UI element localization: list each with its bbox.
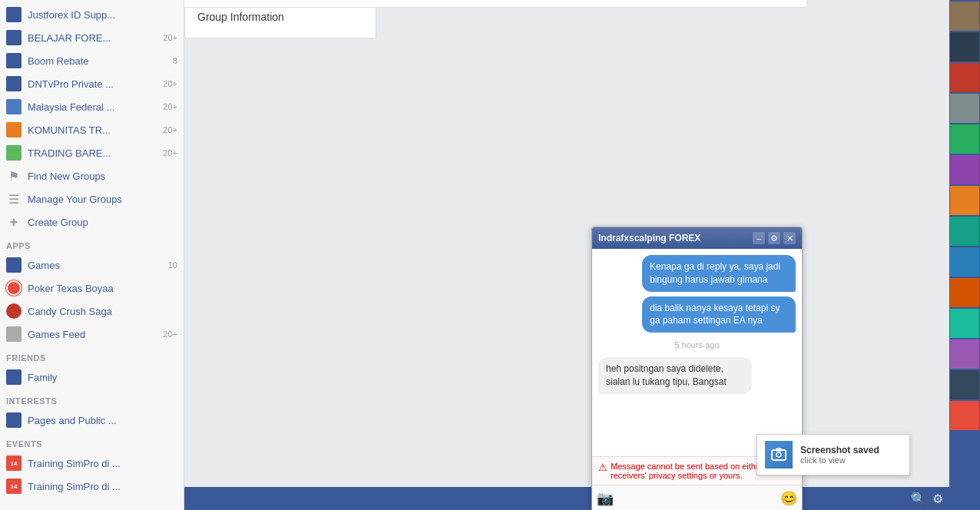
training2-label: Training SimPro di ...: [28, 481, 121, 492]
chat-settings-button[interactable]: ⚙: [768, 232, 780, 244]
group-label: TRADING BARE...: [28, 147, 111, 159]
right-avatar-13[interactable]: [950, 370, 979, 399]
group-icon: [6, 53, 22, 68]
create-group-icon: +: [6, 214, 22, 230]
warning-icon: ⚠: [598, 462, 608, 473]
camera-icon[interactable]: 📷: [597, 490, 614, 507]
right-avatar-3[interactable]: [950, 63, 979, 92]
right-avatar-10[interactable]: [950, 278, 979, 307]
group-icon: [6, 99, 22, 114]
group-label: Boom Rebate: [28, 55, 89, 67]
candy-crush-icon: [6, 303, 22, 319]
chat-close-button[interactable]: ✕: [783, 232, 796, 244]
group-label: KOMUNITAS TR...: [28, 124, 111, 136]
sidebar-item-find-new-groups[interactable]: ⚑ Find New Groups: [0, 164, 184, 187]
right-avatar-7[interactable]: [950, 186, 979, 215]
sidebar-item-justforex[interactable]: Justforex ID Supp...: [0, 3, 184, 26]
emoji-icon[interactable]: 😊: [780, 490, 797, 507]
family-label: Family: [28, 372, 57, 383]
chat-body: Kenapa ga di reply ya, saya jadi bingung…: [592, 249, 802, 456]
chat-header-actions: – ⚙ ✕: [753, 232, 796, 244]
group-icon: [6, 30, 22, 45]
group-icon: [6, 122, 22, 137]
sidebar-item-malaysia[interactable]: Malaysia Federal ... 20+: [0, 95, 184, 118]
candy-crush-label: Candy Crush Saga: [28, 306, 112, 317]
interests-section-label: INTERESTS: [0, 389, 184, 409]
group-label: DNTvPro Private ...: [28, 78, 114, 90]
header-bar: [184, 0, 806, 8]
group-icon: [6, 145, 22, 161]
badge: 8: [173, 56, 177, 65]
chat-header: Indrafxscalping FOREX – ⚙ ✕: [592, 227, 802, 249]
sidebar-item-manage-groups[interactable]: ☰ Manage Your Groups: [0, 187, 184, 210]
manage-groups-label: Manage Your Groups: [28, 194, 122, 205]
group-info-title: Group Information: [197, 11, 284, 23]
sidebar-item-belajarforex[interactable]: BELAJAR FORE... 20+: [0, 26, 184, 49]
create-group-label: Create Group: [28, 217, 88, 228]
right-avatar-14[interactable]: [950, 401, 979, 430]
event-icon2: 14: [6, 479, 22, 494]
group-label: Malaysia Federal ...: [28, 101, 114, 113]
games-feed-icon: [6, 326, 22, 342]
chat-title: Indrafxscalping FOREX: [598, 233, 700, 243]
settings-icon[interactable]: ⚙: [932, 492, 943, 506]
bottom-bar: 🔍 ⚙: [184, 487, 949, 510]
chat-message-1: Kenapa ga di reply ya, saya jadi bingung…: [642, 255, 796, 292]
sidebar-item-pages-public[interactable]: Pages and Public ...: [0, 409, 184, 432]
badge: 20+: [163, 102, 177, 111]
group-icon: [6, 76, 22, 91]
sidebar-item-training1[interactable]: 14 Training SimPro di ...: [0, 452, 184, 475]
screenshot-icon: [765, 441, 793, 469]
find-groups-label: Find New Groups: [28, 171, 105, 182]
group-label: Justforex ID Supp...: [28, 9, 115, 21]
screenshot-subtitle: click to view: [800, 455, 879, 465]
sidebar-item-poker[interactable]: Poker Texas Boyaa: [0, 277, 184, 300]
screenshot-notification[interactable]: Screenshot saved click to view: [757, 434, 910, 475]
right-avatar-6[interactable]: [950, 155, 979, 184]
sidebar-item-komunitas[interactable]: KOMUNITAS TR... 20+: [0, 118, 184, 141]
family-icon: [6, 369, 22, 385]
right-avatar-2[interactable]: [950, 32, 979, 61]
pages-label: Pages and Public ...: [28, 415, 117, 426]
screenshot-title: Screenshot saved: [800, 445, 879, 455]
chat-message-2: dia balik nanya kesaya tetapi sy ga paha…: [642, 296, 796, 333]
right-avatar-4[interactable]: [950, 94, 979, 123]
badge: 20+: [163, 79, 177, 88]
right-avatar-5[interactable]: [950, 124, 979, 154]
games-feed-label: Games Feed: [28, 329, 85, 340]
left-sidebar: Justforex ID Supp... BELAJAR FORE... 20+…: [0, 0, 184, 510]
sidebar-item-create-group[interactable]: + Create Group: [0, 210, 184, 233]
svg-rect-0: [772, 450, 786, 460]
find-groups-icon: ⚑: [6, 168, 22, 184]
manage-groups-icon: ☰: [6, 191, 22, 207]
games-label: Games: [28, 260, 60, 271]
main-content: Group Information Indrafxscalping FOREX …: [184, 0, 937, 510]
chat-message-3: heh positngan saya didelete, sialan lu t…: [598, 357, 752, 394]
poker-icon: [6, 280, 22, 296]
badge: 20+: [163, 125, 177, 134]
right-avatar-11[interactable]: [950, 309, 979, 338]
right-avatar-8[interactable]: [950, 217, 979, 246]
right-avatar-9[interactable]: [950, 247, 979, 277]
sidebar-item-trading[interactable]: TRADING BARE... 20+: [0, 141, 184, 164]
games-icon: [6, 257, 22, 273]
sidebar-item-training2[interactable]: 14 Training SimPro di ...: [0, 475, 184, 498]
sidebar-item-boomrebate[interactable]: Boom Rebate 8: [0, 49, 184, 72]
right-avatar-1[interactable]: [950, 2, 979, 31]
sidebar-item-candycrush[interactable]: Candy Crush Saga: [0, 300, 184, 323]
right-avatar-12[interactable]: [950, 339, 979, 369]
group-label: BELAJAR FORE...: [28, 32, 111, 44]
sidebar-item-games[interactable]: Games 10: [0, 253, 184, 277]
group-icon: [6, 7, 22, 22]
poker-label: Poker Texas Boyaa: [28, 283, 114, 294]
sidebar-item-gamesfeed[interactable]: Games Feed 20+: [0, 323, 184, 346]
sidebar-item-dntvpro[interactable]: DNTvPro Private ... 20+: [0, 72, 184, 95]
search-icon[interactable]: 🔍: [911, 492, 926, 506]
event-icon: 14: [6, 455, 22, 471]
svg-point-1: [776, 452, 781, 457]
sidebar-item-family[interactable]: Family: [0, 366, 184, 389]
chat-minimize-button[interactable]: –: [753, 232, 765, 244]
friends-section-label: FRIENDS: [0, 346, 184, 366]
badge: 10: [168, 260, 177, 270]
chat-header-left: Indrafxscalping FOREX: [598, 233, 700, 243]
